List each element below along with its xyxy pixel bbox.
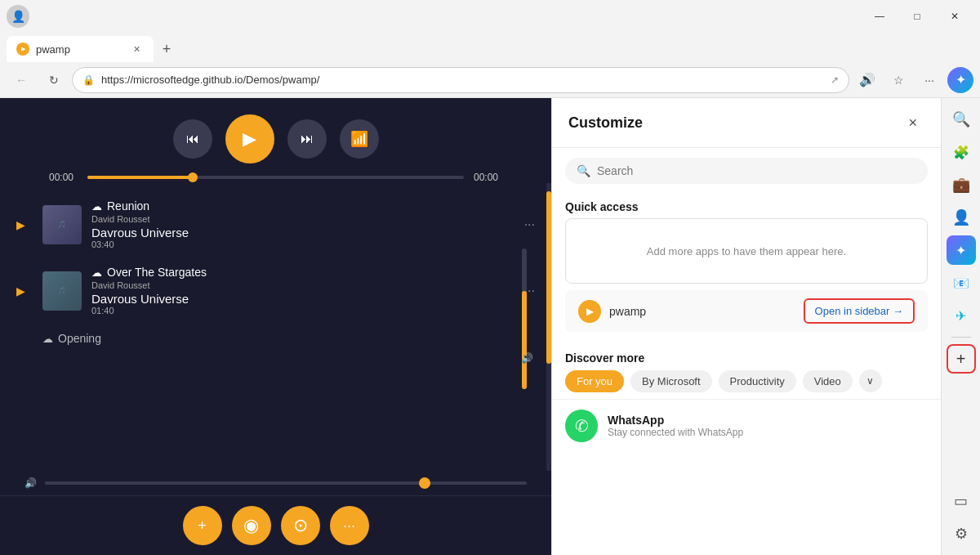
scrollbar-track[interactable] xyxy=(546,183,551,471)
equalizer-button[interactable]: 📶 xyxy=(340,119,379,159)
track-list: ▶ 🎵 ☁ Reunion David Rousset Davrous Univ… xyxy=(0,183,551,471)
quick-access-title: Quick access xyxy=(552,194,941,218)
refresh-button[interactable]: ↻ xyxy=(39,67,69,93)
read-aloud-button[interactable]: 🔊 xyxy=(853,67,882,93)
volume-speaker-icon: 🔊 xyxy=(24,477,37,489)
copilot-nav-button[interactable]: ✦ xyxy=(947,67,973,93)
player-area: ⏮ ▶ ⏭ 📶 00:00 00:00 ▶ xyxy=(0,98,551,555)
progress-fill xyxy=(87,176,193,179)
track-title: Over The Stargates xyxy=(107,266,207,279)
add-sidebar-button[interactable]: + xyxy=(947,344,976,374)
track-duration: 01:40 xyxy=(91,306,514,316)
track-album-name: Davrous Universe xyxy=(91,226,514,239)
bottom-controls: + ◉ ⊙ ··· xyxy=(0,495,551,555)
volume-bar[interactable] xyxy=(522,248,527,389)
track-item[interactable]: ▶ 🎵 ☁ Reunion David Rousset Davrous Univ… xyxy=(0,191,551,257)
discover-tabs: For you By Microsoft Productivity Video … xyxy=(552,369,941,392)
lock-icon: 🔒 xyxy=(82,74,95,86)
cloud-icon: ☁ xyxy=(42,333,53,345)
volume-icon: 🔊 xyxy=(521,350,533,365)
target-button[interactable]: ⊙ xyxy=(281,506,320,545)
browser-window: 👤 — □ ✕ pwamp ✕ + ← ↻ 🔒 https://microsof… xyxy=(0,0,980,555)
tab-by-microsoft[interactable]: By Microsoft xyxy=(630,370,712,392)
address-bar[interactable]: 🔒 https://microsoftedge.github.io/Demos/… xyxy=(72,67,849,93)
whatsapp-desc: Stay connected with WhatsApp xyxy=(608,427,928,438)
profile-sidebar-icon[interactable]: 👤 xyxy=(947,203,976,232)
split-view-icon[interactable]: ▭ xyxy=(947,486,976,516)
new-tab-button[interactable]: + xyxy=(154,36,180,62)
tab-for-you[interactable]: For you xyxy=(565,370,624,392)
copilot-sidebar-icon[interactable]: ✦ xyxy=(947,235,976,265)
active-tab[interactable]: pwamp ✕ xyxy=(7,36,154,62)
search-sidebar-icon[interactable]: 🔍 xyxy=(947,105,976,134)
profile-avatar[interactable]: 👤 xyxy=(7,5,29,28)
external-link-icon: ↗ xyxy=(831,74,839,86)
tab-close-button[interactable]: ✕ xyxy=(129,42,144,56)
minimize-button[interactable]: — xyxy=(861,3,898,29)
add-track-button[interactable]: + xyxy=(183,506,222,545)
play-button[interactable]: ▶ xyxy=(225,114,274,163)
panel-header: Customize ✕ xyxy=(552,98,941,148)
progress-bar-area: 00:00 00:00 xyxy=(0,172,551,183)
cloud-icon: ☁ xyxy=(91,200,102,213)
progress-thumb xyxy=(188,172,198,182)
customize-panel: Customize ✕ 🔍 Quick access Add more apps… xyxy=(551,98,941,555)
favorites-button[interactable]: ☆ xyxy=(884,67,913,93)
more-button[interactable]: ··· xyxy=(915,67,944,93)
track-more-button[interactable]: ··· xyxy=(524,217,535,232)
extensions-sidebar-icon[interactable]: 🧩 xyxy=(947,137,976,167)
track-artwork: 🎵 xyxy=(42,271,82,311)
progress-track[interactable] xyxy=(87,176,464,179)
track-item[interactable]: ☁ Opening xyxy=(0,324,551,355)
panel-close-button[interactable]: ✕ xyxy=(902,111,924,134)
volume-slider-area: 🔊 xyxy=(0,471,551,495)
open-in-sidebar-button[interactable]: Open in sidebar → xyxy=(804,298,915,324)
pwamp-app-row: pwamp Open in sidebar → xyxy=(565,290,928,332)
volume-thumb xyxy=(419,477,430,489)
more-tabs-button[interactable]: ∨ xyxy=(859,369,882,392)
search-box[interactable]: 🔍 xyxy=(565,158,928,184)
discover-section: Discover more For you By Microsoft Produ… xyxy=(552,338,941,392)
cloud-icon: ☁ xyxy=(91,266,102,279)
next-button[interactable]: ⏭ xyxy=(287,119,327,159)
tab-video[interactable]: Video xyxy=(803,370,853,392)
tab-productivity[interactable]: Productivity xyxy=(719,370,796,392)
track-duration: 03:40 xyxy=(91,239,514,249)
back-button[interactable]: ← xyxy=(7,67,36,93)
track-artist: David Rousset xyxy=(91,280,514,290)
tab-favicon xyxy=(16,43,29,56)
title-bar: 👤 — □ ✕ xyxy=(0,0,980,33)
whatsapp-icon: ✆ xyxy=(565,410,598,442)
track-play-icon: ▶ xyxy=(16,218,33,231)
nav-actions: 🔊 ☆ ··· xyxy=(853,67,944,93)
tab-title: pwamp xyxy=(36,43,122,56)
current-time: 00:00 xyxy=(49,172,78,183)
track-info: ☁ Over The Stargates David Rousset Davro… xyxy=(91,266,514,316)
right-sidebar: 🔍 🧩 💼 👤 ✦ 📧 ✈ + ▭ ⚙ xyxy=(941,98,980,555)
settings-icon[interactable]: ⚙ xyxy=(947,519,976,548)
whatsapp-row[interactable]: ✆ WhatsApp Stay connected with WhatsApp xyxy=(552,399,941,452)
track-info: ☁ Opening xyxy=(42,332,535,347)
close-button[interactable]: ✕ xyxy=(936,3,973,29)
whatsapp-info: WhatsApp Stay connected with WhatsApp xyxy=(608,414,928,438)
track-title: Reunion xyxy=(107,199,149,213)
compass-button[interactable]: ◉ xyxy=(232,506,271,545)
search-input[interactable] xyxy=(597,164,916,177)
add-button-container: + xyxy=(947,344,976,374)
nav-bar: ← ↻ 🔒 https://microsoftedge.github.io/De… xyxy=(0,62,980,98)
maximize-button[interactable]: □ xyxy=(898,3,936,29)
discover-title: Discover more xyxy=(552,345,941,369)
track-item[interactable]: ▶ 🎵 ☁ Over The Stargates David Rousset D… xyxy=(0,257,551,324)
more-options-button[interactable]: ··· xyxy=(330,506,369,545)
volume-track[interactable] xyxy=(45,481,527,485)
send-sidebar-icon[interactable]: ✈ xyxy=(947,301,976,330)
quick-access-empty-text: Add more apps to have them appear here. xyxy=(647,245,846,257)
panel-title: Customize xyxy=(568,114,902,132)
prev-button[interactable]: ⏮ xyxy=(173,119,212,159)
whatsapp-name: WhatsApp xyxy=(608,414,928,427)
total-time: 00:00 xyxy=(474,172,502,183)
track-album-name: Davrous Universe xyxy=(91,292,514,306)
pwamp-icon xyxy=(578,300,601,323)
outlook-sidebar-icon[interactable]: 📧 xyxy=(947,268,976,298)
briefcase-sidebar-icon[interactable]: 💼 xyxy=(947,170,976,199)
